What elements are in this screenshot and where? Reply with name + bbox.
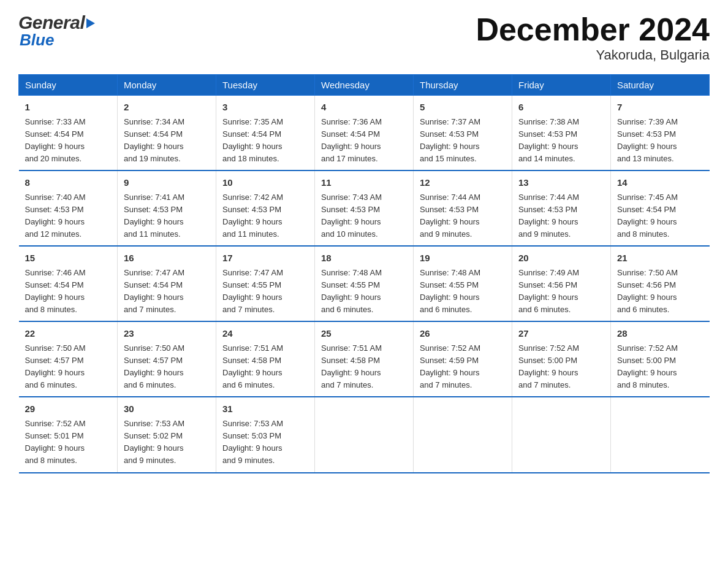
- day-number: 20: [518, 251, 604, 266]
- day-number: 14: [617, 176, 703, 190]
- calendar-cell: [414, 397, 512, 472]
- calendar-cell: 22Sunrise: 7:50 AMSunset: 4:57 PMDayligh…: [19, 321, 118, 397]
- day-info: Sunrise: 7:35 AMSunset: 4:54 PMDaylight:…: [222, 116, 308, 166]
- day-info: Sunrise: 7:52 AMSunset: 5:00 PMDaylight:…: [617, 342, 703, 392]
- logo-line1: General: [18, 12, 95, 33]
- day-number: 23: [124, 327, 210, 341]
- calendar-week-row: 29Sunrise: 7:52 AMSunset: 5:01 PMDayligh…: [19, 397, 710, 472]
- calendar-week-row: 15Sunrise: 7:46 AMSunset: 4:54 PMDayligh…: [19, 246, 710, 321]
- page-header: General Blue December 2024 Yakoruda, Bul…: [18, 12, 710, 63]
- calendar-cell: 7Sunrise: 7:39 AMSunset: 4:53 PMDaylight…: [611, 96, 710, 171]
- calendar-cell: 4Sunrise: 7:36 AMSunset: 4:54 PMDaylight…: [315, 96, 414, 171]
- calendar-table: Sunday Monday Tuesday Wednesday Thursday…: [18, 74, 710, 473]
- day-number: 30: [124, 402, 210, 416]
- day-number: 27: [518, 327, 604, 341]
- day-number: 10: [222, 176, 308, 190]
- day-number: 19: [420, 251, 506, 266]
- calendar-cell: 13Sunrise: 7:44 AMSunset: 4:53 PMDayligh…: [512, 170, 611, 246]
- col-sunday: Sunday: [19, 75, 118, 96]
- day-info: Sunrise: 7:51 AMSunset: 4:58 PMDaylight:…: [321, 342, 407, 392]
- day-number: 3: [222, 101, 308, 115]
- day-number: 12: [420, 176, 506, 190]
- day-number: 25: [321, 327, 407, 341]
- col-saturday: Saturday: [611, 75, 710, 96]
- day-number: 11: [321, 176, 407, 190]
- day-number: 22: [25, 327, 112, 341]
- day-info: Sunrise: 7:51 AMSunset: 4:58 PMDaylight:…: [222, 342, 308, 392]
- calendar-cell: 31Sunrise: 7:53 AMSunset: 5:03 PMDayligh…: [216, 397, 315, 472]
- day-info: Sunrise: 7:44 AMSunset: 4:53 PMDaylight:…: [420, 191, 506, 241]
- calendar-cell: 24Sunrise: 7:51 AMSunset: 4:58 PMDayligh…: [216, 321, 315, 397]
- calendar-cell: 16Sunrise: 7:47 AMSunset: 4:54 PMDayligh…: [118, 246, 216, 321]
- calendar-cell: 9Sunrise: 7:41 AMSunset: 4:53 PMDaylight…: [118, 170, 216, 246]
- calendar-cell: 21Sunrise: 7:50 AMSunset: 4:56 PMDayligh…: [611, 246, 710, 321]
- calendar-cell: 28Sunrise: 7:52 AMSunset: 5:00 PMDayligh…: [611, 321, 710, 397]
- calendar-cell: 25Sunrise: 7:51 AMSunset: 4:58 PMDayligh…: [315, 321, 414, 397]
- col-tuesday: Tuesday: [216, 75, 315, 96]
- calendar-cell: 23Sunrise: 7:50 AMSunset: 4:57 PMDayligh…: [118, 321, 216, 397]
- col-monday: Monday: [118, 75, 216, 96]
- day-info: Sunrise: 7:47 AMSunset: 4:55 PMDaylight:…: [222, 267, 308, 316]
- day-number: 15: [25, 251, 112, 266]
- day-number: 9: [124, 176, 210, 190]
- day-info: Sunrise: 7:46 AMSunset: 4:54 PMDaylight:…: [25, 267, 112, 316]
- col-thursday: Thursday: [414, 75, 512, 96]
- calendar-cell: [315, 397, 414, 472]
- calendar-cell: [512, 397, 611, 472]
- day-number: 28: [617, 327, 703, 341]
- day-number: 6: [518, 101, 604, 115]
- calendar-cell: 29Sunrise: 7:52 AMSunset: 5:01 PMDayligh…: [19, 397, 118, 472]
- day-number: 7: [617, 101, 703, 115]
- day-info: Sunrise: 7:42 AMSunset: 4:53 PMDaylight:…: [222, 191, 308, 241]
- col-wednesday: Wednesday: [315, 75, 414, 96]
- day-info: Sunrise: 7:50 AMSunset: 4:57 PMDaylight:…: [124, 342, 210, 392]
- calendar-week-row: 1Sunrise: 7:33 AMSunset: 4:54 PMDaylight…: [19, 96, 710, 171]
- col-friday: Friday: [512, 75, 611, 96]
- calendar-cell: 15Sunrise: 7:46 AMSunset: 4:54 PMDayligh…: [19, 246, 118, 321]
- day-number: 18: [321, 251, 407, 266]
- day-number: 17: [222, 251, 308, 266]
- day-number: 8: [25, 176, 112, 190]
- day-number: 1: [25, 101, 112, 115]
- calendar-week-row: 22Sunrise: 7:50 AMSunset: 4:57 PMDayligh…: [19, 321, 710, 397]
- calendar-cell: 10Sunrise: 7:42 AMSunset: 4:53 PMDayligh…: [216, 170, 315, 246]
- day-info: Sunrise: 7:33 AMSunset: 4:54 PMDaylight:…: [25, 116, 112, 166]
- calendar-cell: 2Sunrise: 7:34 AMSunset: 4:54 PMDaylight…: [118, 96, 216, 171]
- calendar-cell: 6Sunrise: 7:38 AMSunset: 4:53 PMDaylight…: [512, 96, 611, 171]
- calendar-cell: 3Sunrise: 7:35 AMSunset: 4:54 PMDaylight…: [216, 96, 315, 171]
- day-number: 24: [222, 327, 308, 341]
- day-info: Sunrise: 7:48 AMSunset: 4:55 PMDaylight:…: [420, 267, 506, 316]
- calendar-cell: 19Sunrise: 7:48 AMSunset: 4:55 PMDayligh…: [414, 246, 512, 321]
- calendar-cell: [611, 397, 710, 472]
- calendar-cell: 18Sunrise: 7:48 AMSunset: 4:55 PMDayligh…: [315, 246, 414, 321]
- calendar-cell: 1Sunrise: 7:33 AMSunset: 4:54 PMDaylight…: [19, 96, 118, 171]
- day-info: Sunrise: 7:43 AMSunset: 4:53 PMDaylight:…: [321, 191, 407, 241]
- day-number: 5: [420, 101, 506, 115]
- calendar-cell: 14Sunrise: 7:45 AMSunset: 4:54 PMDayligh…: [611, 170, 710, 246]
- day-info: Sunrise: 7:53 AMSunset: 5:02 PMDaylight:…: [124, 418, 210, 467]
- calendar-cell: 12Sunrise: 7:44 AMSunset: 4:53 PMDayligh…: [414, 170, 512, 246]
- day-number: 13: [518, 176, 604, 190]
- day-info: Sunrise: 7:52 AMSunset: 5:00 PMDaylight:…: [518, 342, 604, 392]
- day-info: Sunrise: 7:52 AMSunset: 5:01 PMDaylight:…: [25, 418, 112, 467]
- day-info: Sunrise: 7:53 AMSunset: 5:03 PMDaylight:…: [222, 418, 308, 467]
- logo-blue-text: Blue: [20, 31, 95, 50]
- day-info: Sunrise: 7:49 AMSunset: 4:56 PMDaylight:…: [518, 267, 604, 316]
- calendar-cell: 11Sunrise: 7:43 AMSunset: 4:53 PMDayligh…: [315, 170, 414, 246]
- day-info: Sunrise: 7:52 AMSunset: 4:59 PMDaylight:…: [420, 342, 506, 392]
- day-number: 2: [124, 101, 210, 115]
- day-info: Sunrise: 7:45 AMSunset: 4:54 PMDaylight:…: [617, 191, 703, 241]
- day-info: Sunrise: 7:40 AMSunset: 4:53 PMDaylight:…: [25, 191, 112, 241]
- day-number: 21: [617, 251, 703, 266]
- day-info: Sunrise: 7:50 AMSunset: 4:56 PMDaylight:…: [617, 267, 703, 316]
- calendar-cell: 30Sunrise: 7:53 AMSunset: 5:02 PMDayligh…: [118, 397, 216, 472]
- calendar-subtitle: Yakoruda, Bulgaria: [476, 47, 710, 63]
- calendar-cell: 5Sunrise: 7:37 AMSunset: 4:53 PMDaylight…: [414, 96, 512, 171]
- day-number: 29: [25, 402, 112, 416]
- day-info: Sunrise: 7:38 AMSunset: 4:53 PMDaylight:…: [518, 116, 604, 166]
- day-info: Sunrise: 7:39 AMSunset: 4:53 PMDaylight:…: [617, 116, 703, 166]
- day-info: Sunrise: 7:47 AMSunset: 4:54 PMDaylight:…: [124, 267, 210, 316]
- day-info: Sunrise: 7:37 AMSunset: 4:53 PMDaylight:…: [420, 116, 506, 166]
- calendar-header-row: Sunday Monday Tuesday Wednesday Thursday…: [19, 75, 710, 96]
- day-info: Sunrise: 7:50 AMSunset: 4:57 PMDaylight:…: [25, 342, 112, 392]
